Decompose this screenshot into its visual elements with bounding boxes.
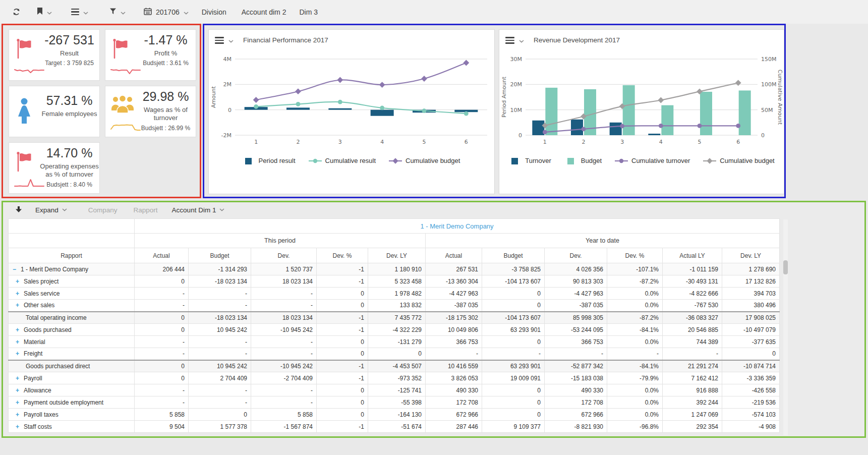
tab-rapport[interactable]: Rapport xyxy=(134,206,158,214)
value-cell: -4 427 963 xyxy=(426,288,482,300)
expand-row-icon[interactable]: + xyxy=(16,290,20,297)
expand-row-icon[interactable]: + xyxy=(16,423,20,430)
expand-row-icon[interactable]: + xyxy=(16,350,20,357)
calendar-icon xyxy=(144,8,152,17)
legend-item[interactable]: Cumulative budget xyxy=(389,157,460,164)
column-header[interactable]: Dev. LY xyxy=(722,248,780,263)
filter-dropdown[interactable] xyxy=(109,8,126,16)
expand-row-icon[interactable]: + xyxy=(16,338,20,346)
kpi-card-operating-expenses[interactable]: 14.70 % Operating expenses as % of turno… xyxy=(9,142,100,194)
table-scrollbar-thumb[interactable] xyxy=(783,260,788,274)
collapse-arrow-icon[interactable] xyxy=(15,206,22,214)
legend-item[interactable]: Turnover xyxy=(508,157,551,164)
value-cell: 20 546 885 xyxy=(663,324,722,336)
kpi-card-female-employees[interactable]: 57.31 % Female employees xyxy=(9,86,100,137)
svg-text:3: 3 xyxy=(620,139,624,145)
column-header[interactable]: Dev. xyxy=(251,248,317,263)
value-cell: 133 832 xyxy=(368,300,426,312)
bookmark-menu[interactable] xyxy=(37,8,52,17)
value-cell: 0.0% xyxy=(607,288,663,300)
row-label-cell: +Sales service xyxy=(9,288,135,300)
legend-item[interactable]: Period result xyxy=(242,157,296,164)
value-cell: 0.0% xyxy=(607,336,663,348)
row-label-cell: +Freight xyxy=(9,348,135,360)
chart-canvas: 010M20M30M050M100M150MPeriod AmountCumul… xyxy=(500,49,783,148)
value-cell: -51 674 xyxy=(368,421,426,433)
column-header[interactable]: Budget xyxy=(482,248,545,263)
legend-item[interactable]: Cumulative turnover xyxy=(615,157,690,164)
expand-row-icon[interactable]: + xyxy=(16,399,20,406)
column-header[interactable]: Actual LY xyxy=(663,248,722,263)
account-dim-dropdown[interactable]: Account Dim 1 xyxy=(172,206,225,214)
kpi-grid: -267 531 Result Target : 3 759 825 -1.47… xyxy=(9,29,196,194)
toolbar-item-account-dim-2[interactable]: Account dim 2 xyxy=(242,8,286,16)
value-cell: 7 435 772 xyxy=(368,312,426,324)
value-cell: -4 453 507 xyxy=(368,360,426,372)
value-cell: 19 009 091 xyxy=(482,372,545,384)
hamburger-icon xyxy=(505,37,514,43)
value-cell: -973 352 xyxy=(368,372,426,384)
column-header[interactable]: Dev. % xyxy=(607,248,663,263)
kpi-card-profit[interactable]: -1.47 % Profit % Budsjett : 3.61 % xyxy=(105,29,196,81)
value-cell: -52 877 342 xyxy=(545,360,607,372)
column-header[interactable]: Dev. % xyxy=(317,248,368,263)
value-cell: 0 xyxy=(135,360,189,372)
value-cell: 0 xyxy=(135,312,189,324)
value-cell: 0 xyxy=(722,348,780,360)
svg-text:Amount: Amount xyxy=(210,86,217,108)
menu-dropdown[interactable] xyxy=(71,8,88,16)
table-row: +Material---0-131 279366 7530366 7530.0%… xyxy=(9,336,780,348)
collapse-row-icon[interactable]: − xyxy=(13,266,17,273)
value-cell: -1 xyxy=(317,360,368,372)
column-header[interactable]: Dev. LY xyxy=(368,248,426,263)
legend-item[interactable]: Budget xyxy=(564,157,602,164)
company-header[interactable]: 1 - Merit Demo Company xyxy=(135,219,780,234)
value-cell: - xyxy=(251,336,317,348)
value-cell: 63 293 901 xyxy=(482,360,545,372)
kpi-card-result[interactable]: -267 531 Result Target : 3 759 825 xyxy=(9,29,100,81)
kpi-section: -267 531 Result Target : 3 759 825 -1.47… xyxy=(2,24,201,198)
kpi-card-wages[interactable]: 29.98 % Wages as % of turnover Budsjett … xyxy=(105,86,196,137)
column-header[interactable]: Actual xyxy=(426,248,482,263)
value-cell: -4 322 229 xyxy=(368,324,426,336)
value-cell: 5 858 xyxy=(135,409,189,421)
chart-menu[interactable] xyxy=(215,36,234,45)
legend-square-swatch xyxy=(564,157,577,164)
value-cell: -30 493 131 xyxy=(663,275,722,288)
value-cell: 17 908 025 xyxy=(722,312,780,324)
column-header[interactable]: Budget xyxy=(189,248,251,263)
column-header[interactable]: Rapport xyxy=(9,248,135,263)
expand-row-icon[interactable]: + xyxy=(16,302,20,309)
expand-row-icon[interactable]: + xyxy=(16,387,20,394)
chevron-down-icon xyxy=(62,208,67,211)
table-scrollbar-track[interactable] xyxy=(783,219,788,435)
row-label: Freight xyxy=(24,350,42,357)
toolbar-item-dim-3[interactable]: Dim 3 xyxy=(299,8,318,16)
column-header[interactable]: Dev. xyxy=(545,248,607,263)
row-label-cell: +Goods purchased xyxy=(9,324,135,336)
value-cell: - xyxy=(251,384,317,396)
column-header[interactable]: Actual xyxy=(135,248,189,263)
sparkline xyxy=(110,122,141,133)
expand-row-icon[interactable]: + xyxy=(16,278,20,285)
legend-item[interactable]: Cumulative budget xyxy=(703,157,774,164)
group-people-icon xyxy=(110,94,135,117)
value-cell: -18 023 134 xyxy=(189,312,251,324)
toolbar-item-division[interactable]: Division xyxy=(202,8,226,16)
tab-company[interactable]: Company xyxy=(88,206,118,214)
value-cell: 172 708 xyxy=(545,396,607,409)
legend-label: Cumulative result xyxy=(325,157,376,164)
chart-menu[interactable] xyxy=(505,36,524,45)
legend-item[interactable]: Cumulative result xyxy=(309,157,376,164)
value-cell: 0 xyxy=(189,409,251,421)
refresh-icon[interactable] xyxy=(12,8,21,16)
expand-dropdown[interactable]: Expand xyxy=(35,206,67,214)
row-label-cell: +Other sales xyxy=(9,300,135,312)
expand-row-icon[interactable]: + xyxy=(16,375,20,382)
expand-row-icon[interactable]: + xyxy=(16,411,20,418)
period-selector[interactable]: 201706 xyxy=(144,8,189,17)
top-toolbar: 201706 Division Account dim 2 Dim 3 xyxy=(0,0,868,24)
value-cell: -219 536 xyxy=(722,396,780,409)
value-cell: 1 278 690 xyxy=(722,263,780,275)
expand-row-icon[interactable]: + xyxy=(16,326,20,333)
